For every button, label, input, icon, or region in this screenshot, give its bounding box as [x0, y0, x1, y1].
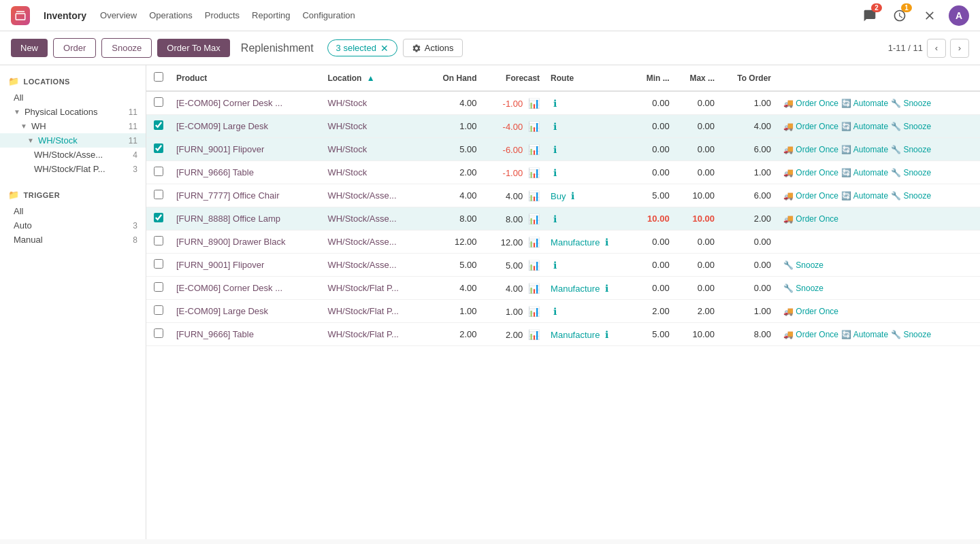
- forecast-chart-icon[interactable]: 📊: [525, 237, 540, 248]
- snooze-row-button[interactable]: 🔧 Snooze: [891, 191, 931, 201]
- order-once-button[interactable]: 🚚 Order Once: [783, 122, 838, 131]
- route-info-icon[interactable]: ℹ: [553, 306, 557, 317]
- product-link[interactable]: [FURN_9666] Table: [176, 329, 254, 339]
- location-link[interactable]: WH/Stock/Asse...: [327, 260, 396, 270]
- route-info-icon[interactable]: ℹ: [569, 190, 575, 201]
- snooze-row-button[interactable]: 🔧 Snooze: [891, 99, 931, 108]
- snooze-row-button[interactable]: 🔧 Snooze: [783, 260, 823, 270]
- forecast-chart-icon[interactable]: 📊: [525, 190, 540, 201]
- forecast-chart-icon[interactable]: 📊: [525, 144, 540, 155]
- nav-reporting[interactable]: Reporting: [252, 7, 290, 23]
- order-once-button[interactable]: 🚚 Order Once: [783, 168, 838, 177]
- order-once-button[interactable]: 🚚 Order Once: [783, 191, 838, 201]
- onhand-header[interactable]: On Hand: [425, 65, 482, 91]
- forecast-header[interactable]: Forecast: [483, 65, 546, 91]
- forecast-chart-icon[interactable]: 📊: [525, 121, 540, 132]
- sidebar-item-wh-stock-flat[interactable]: WH/Stock/Flat P... 3: [0, 162, 146, 176]
- row-checkbox[interactable]: [154, 120, 163, 130]
- route-info-icon[interactable]: ℹ: [602, 283, 608, 294]
- app-logo[interactable]: [11, 6, 30, 25]
- forecast-chart-icon[interactable]: 📊: [525, 260, 540, 271]
- product-link[interactable]: [E-COM06] Corner Desk ...: [176, 283, 282, 293]
- row-checkbox[interactable]: [154, 282, 163, 292]
- new-button[interactable]: New: [11, 39, 48, 57]
- product-header[interactable]: Product: [171, 65, 322, 91]
- route-info-icon[interactable]: ℹ: [553, 260, 557, 271]
- clear-selection-button[interactable]: ✕: [380, 44, 389, 53]
- row-checkbox[interactable]: [154, 167, 163, 176]
- row-checkbox[interactable]: [154, 190, 163, 199]
- nav-operations[interactable]: Operations: [149, 7, 193, 23]
- location-header[interactable]: Location ▲: [322, 65, 425, 91]
- product-link[interactable]: [FURN_9001] Flipover: [176, 260, 264, 270]
- nav-products[interactable]: Products: [205, 7, 240, 23]
- location-link[interactable]: WH/Stock: [327, 98, 367, 108]
- max-header[interactable]: Max ...: [675, 65, 720, 91]
- product-link[interactable]: [FURN_9666] Table: [176, 167, 254, 177]
- route-info-icon[interactable]: ℹ: [553, 144, 557, 155]
- route-info-icon[interactable]: ℹ: [553, 214, 557, 224]
- automate-button[interactable]: 🔄 Automate: [841, 191, 888, 201]
- select-all-header[interactable]: [146, 65, 171, 91]
- route-info-icon[interactable]: ℹ: [602, 329, 608, 340]
- order-once-button[interactable]: 🚚 Order Once: [783, 99, 838, 108]
- product-link[interactable]: [FURN_7777] Office Chair: [176, 190, 280, 201]
- sidebar-item-manual[interactable]: Manual 8: [0, 233, 146, 247]
- location-link[interactable]: WH/Stock: [327, 144, 367, 154]
- product-link[interactable]: [FURN_8900] Drawer Black: [176, 237, 285, 247]
- sidebar-item-trigger-all[interactable]: All: [0, 204, 146, 218]
- location-link[interactable]: WH/Stock/Flat P...: [327, 306, 399, 316]
- order-once-button[interactable]: 🚚 Order Once: [783, 307, 838, 316]
- order-button[interactable]: Order: [53, 38, 96, 58]
- location-link[interactable]: WH/Stock: [327, 167, 367, 177]
- row-checkbox[interactable]: [154, 328, 163, 338]
- row-checkbox[interactable]: [154, 259, 163, 269]
- order-to-max-button[interactable]: Order To Max: [157, 39, 230, 57]
- nav-overview[interactable]: Overview: [100, 7, 137, 23]
- forecast-chart-icon[interactable]: 📊: [525, 167, 540, 178]
- forecast-chart-icon[interactable]: 📊: [525, 329, 540, 340]
- automate-button[interactable]: 🔄 Automate: [841, 145, 888, 154]
- forecast-chart-icon[interactable]: 📊: [525, 306, 540, 317]
- row-checkbox[interactable]: [154, 305, 163, 315]
- route-info-icon[interactable]: ℹ: [553, 121, 557, 132]
- forecast-chart-icon[interactable]: 📊: [525, 214, 540, 224]
- forecast-chart-icon[interactable]: 📊: [525, 283, 540, 294]
- location-link[interactable]: WH/Stock/Asse...: [327, 237, 396, 247]
- snooze-row-button[interactable]: 🔧 Snooze: [891, 168, 931, 177]
- nav-configuration[interactable]: Configuration: [302, 7, 355, 23]
- automate-button[interactable]: 🔄 Automate: [841, 122, 888, 131]
- order-once-button[interactable]: 🚚 Order Once: [783, 330, 838, 339]
- product-link[interactable]: [FURN_9001] Flipover: [176, 144, 264, 154]
- route-info-icon[interactable]: ℹ: [553, 98, 557, 109]
- prev-page-button[interactable]: ‹: [927, 39, 946, 58]
- row-checkbox[interactable]: [154, 97, 163, 107]
- snooze-row-button[interactable]: 🔧 Snooze: [891, 330, 931, 339]
- sidebar-item-auto[interactable]: Auto 3: [0, 218, 146, 233]
- clock-button[interactable]: 1: [889, 5, 911, 27]
- automate-button[interactable]: 🔄 Automate: [841, 99, 888, 108]
- sidebar-item-all[interactable]: All: [0, 90, 146, 105]
- location-link[interactable]: WH/Stock/Flat P...: [327, 283, 399, 293]
- route-header[interactable]: Route: [545, 65, 632, 91]
- snooze-button[interactable]: Snooze: [101, 38, 152, 58]
- route-info-icon[interactable]: ℹ: [553, 167, 557, 178]
- product-link[interactable]: [E-COM06] Corner Desk ...: [176, 98, 282, 108]
- selected-badge[interactable]: 3 selected ✕: [327, 39, 397, 56]
- min-header[interactable]: Min ...: [632, 65, 675, 91]
- next-page-button[interactable]: ›: [950, 39, 969, 58]
- row-checkbox[interactable]: [154, 143, 163, 153]
- row-checkbox[interactable]: [154, 236, 163, 245]
- location-link[interactable]: WH/Stock/Asse...: [327, 214, 396, 224]
- snooze-row-button[interactable]: 🔧 Snooze: [891, 122, 931, 131]
- actions-button[interactable]: Actions: [403, 39, 463, 57]
- sidebar-item-physical-locations[interactable]: ▼ Physical Locations 11: [0, 105, 146, 119]
- select-all-checkbox[interactable]: [154, 72, 163, 82]
- snooze-row-button[interactable]: 🔧 Snooze: [891, 145, 931, 154]
- location-link[interactable]: WH/Stock: [327, 121, 367, 131]
- sidebar-item-wh-stock-asse[interactable]: WH/Stock/Asse... 4: [0, 148, 146, 162]
- automate-button[interactable]: 🔄 Automate: [841, 168, 888, 177]
- forecast-chart-icon[interactable]: 📊: [525, 98, 540, 109]
- user-avatar[interactable]: A: [949, 5, 969, 26]
- sidebar-item-wh[interactable]: ▼ WH 11: [0, 119, 146, 133]
